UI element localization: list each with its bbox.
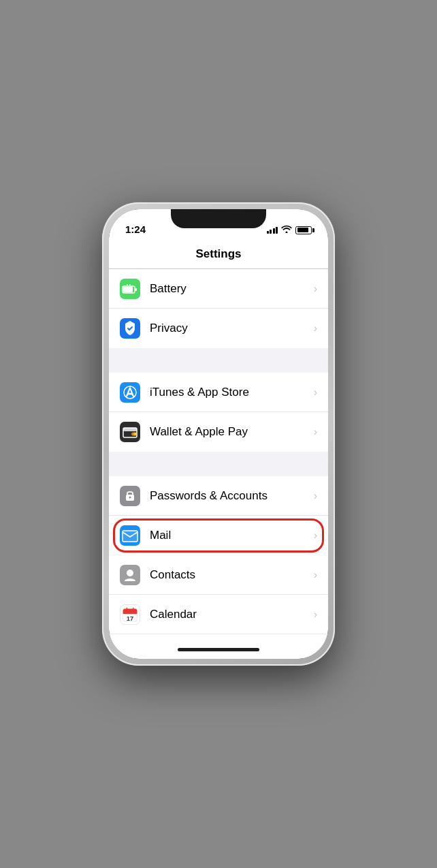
settings-group-3: Passwords & Accounts › [109,476,328,640]
phone-inner: 1:24 [109,209,328,659]
passwords-app-icon [120,486,140,506]
home-indicator [109,640,328,659]
settings-row-privacy[interactable]: Privacy › [109,309,328,348]
wallet-label: Wallet & Apple Pay [150,425,308,439]
contacts-label: Contacts [150,568,308,582]
settings-row-wallet[interactable]: Wallet & Apple Pay › [109,412,328,452]
svg-rect-1 [123,287,133,292]
settings-row-notes[interactable]: Notes › [109,634,328,640]
nav-bar: Settings [109,239,328,269]
battery-label: Battery [150,282,308,296]
battery-chevron-icon: › [314,283,317,295]
svg-rect-13 [123,531,137,542]
itunes-app-icon: A [120,382,140,403]
itunes-chevron-icon: › [314,386,317,399]
notch [171,209,266,228]
phone-frame: 1:24 [102,202,335,666]
wallet-chevron-icon: › [314,426,317,438]
svg-point-12 [129,496,131,498]
itunes-label: iTunes & App Store [150,386,308,399]
settings-row-battery[interactable]: Battery › [109,269,328,309]
mail-label: Mail [150,529,308,542]
divider-1 [109,348,328,373]
settings-content[interactable]: Battery › Privacy › [109,269,328,640]
privacy-chevron-icon: › [314,322,317,335]
status-time: 1:24 [125,223,146,235]
mail-row-wrapper: Mail › [109,516,328,555]
settings-row-calendar[interactable]: 17 Calendar › [109,595,328,634]
status-icons [267,225,312,235]
divider-2 [109,452,328,476]
svg-rect-8 [123,428,137,431]
settings-group-2: A iTunes & App Store › [109,373,328,452]
calendar-app-icon: 17 [120,604,140,625]
privacy-label: Privacy [150,322,308,335]
passwords-chevron-icon: › [314,490,317,502]
battery-app-icon [120,279,140,299]
mail-app-icon [120,525,140,546]
svg-point-15 [127,570,133,576]
calendar-chevron-icon: › [314,608,317,621]
settings-row-mail[interactable]: Mail › [109,516,328,555]
svg-point-10 [131,433,135,436]
settings-group-1: Battery › Privacy › [109,269,328,348]
mail-chevron-icon: › [314,529,317,542]
passwords-label: Passwords & Accounts [150,489,308,503]
contacts-chevron-icon: › [314,569,317,581]
battery-status-icon [295,226,312,234]
settings-row-passwords[interactable]: Passwords & Accounts › [109,476,328,516]
nav-title: Settings [195,247,241,261]
svg-text:17: 17 [127,615,133,622]
contacts-app-icon [120,565,140,585]
home-bar [178,648,259,651]
svg-rect-18 [123,611,137,614]
settings-row-contacts[interactable]: Contacts › [109,555,328,595]
svg-rect-2 [135,288,137,291]
signal-bars-icon [267,227,278,234]
wifi-icon [281,225,292,235]
privacy-app-icon [120,318,140,339]
screen: 1:24 [109,209,328,659]
wallet-app-icon [120,422,140,442]
calendar-label: Calendar [150,608,308,621]
settings-row-itunes[interactable]: A iTunes & App Store › [109,373,328,412]
